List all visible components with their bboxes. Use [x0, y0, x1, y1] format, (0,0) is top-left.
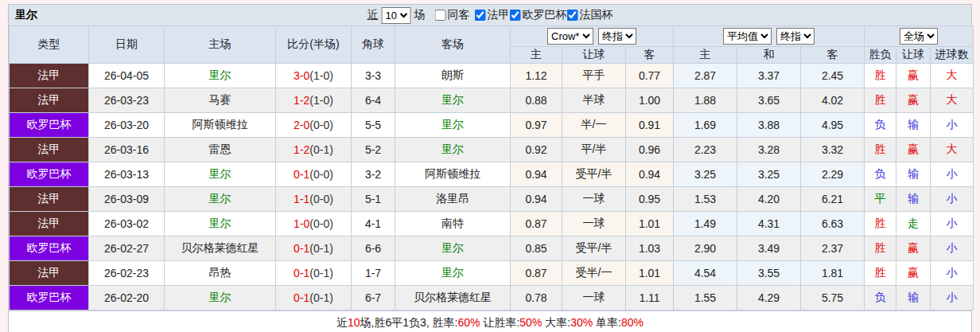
avg-odds-stage-select[interactable]: 终指	[776, 28, 815, 45]
handicap-away-odds: 1.03	[626, 236, 674, 261]
score: 0-1(0-1)	[276, 286, 352, 311]
summary-bar: 近10场,胜6平1负3, 胜率:60% 让胜率:50% 大率:30% 单率:80…	[9, 311, 971, 332]
fulltime-score: 0-1	[294, 168, 309, 181]
handicap-home-odds: 0.85	[511, 236, 562, 261]
result-handicap: 赢	[896, 261, 931, 286]
result-handicap: 赢	[896, 236, 931, 261]
corners: 5-5	[352, 113, 395, 138]
filter-checkbox[interactable]	[475, 10, 486, 21]
table-row: 法甲26-03-09里尔1-1(0-0)5-1洛里昂0.94一球0.951.53…	[10, 187, 974, 212]
result-goals: 小	[931, 212, 974, 236]
avg-away-odds: 6.63	[801, 212, 865, 236]
avg-odds-provider-select[interactable]: 平均值	[723, 28, 772, 45]
col-header-score: 比分(半场)	[276, 26, 352, 64]
matches-label: 场	[414, 8, 426, 22]
corners: 6-4	[352, 88, 395, 113]
corners: 6-7	[352, 286, 395, 311]
score: 1-2(0-1)	[276, 138, 352, 162]
team-name: 里尔	[9, 8, 37, 22]
league-badge: 法甲	[10, 138, 89, 162]
result-outcome: 负	[865, 162, 896, 187]
handicap-provider-select[interactable]: Crow*	[547, 28, 593, 45]
home-team: 阿斯顿维拉	[165, 113, 276, 138]
league-filter[interactable]: 欧罗巴杯	[510, 8, 567, 22]
handicap-away-odds: 0.77	[626, 64, 674, 88]
halftime-score: (1-0)	[309, 94, 333, 107]
handicap-line: 一球	[562, 286, 626, 311]
avg-away-odds: 2.29	[801, 162, 865, 187]
fulltime-score: 1-2	[294, 94, 309, 107]
score: 3-0(1-0)	[276, 64, 352, 88]
avg-home-odds: 2.90	[674, 236, 737, 261]
away-team: 里尔	[395, 261, 511, 286]
league-filter[interactable]: 法国杯	[567, 8, 613, 22]
result-outcome: 平	[865, 187, 896, 212]
handicap-line: 受平/半	[562, 236, 626, 261]
avg-draw-odds: 3.55	[737, 261, 801, 286]
league-badge: 欧罗巴杯	[10, 162, 89, 187]
filter-label: 法国杯	[580, 8, 613, 22]
filter-checkbox[interactable]	[510, 10, 521, 21]
col-header-date: 日期	[89, 26, 165, 64]
handicap-home-odds: 0.88	[511, 88, 562, 113]
fulltime-score: 2-0	[294, 119, 309, 131]
home-team: 马赛	[165, 88, 276, 113]
result-goals: 大	[931, 88, 974, 113]
result-goals: 小	[931, 261, 974, 286]
avg-draw-odds: 4.20	[737, 187, 801, 212]
league-badge: 欧罗巴杯	[10, 113, 89, 138]
result-goals: 大	[931, 138, 974, 162]
halftime-score: (0-1)	[309, 267, 333, 279]
fulltime-score: 3-0	[294, 69, 309, 82]
league-badge: 法甲	[10, 261, 89, 286]
score: 0-1(0-1)	[276, 261, 352, 286]
avg-draw-odds: 3.28	[737, 138, 801, 162]
match-date: 26-04-05	[89, 64, 165, 88]
handicap-away-odds: 1.01	[626, 212, 674, 236]
match-rows: 法甲26-04-05里尔3-0(1-0)3-3朗斯1.12平手0.772.873…	[10, 64, 974, 311]
fulltime-score: 0-1	[294, 242, 309, 255]
scope-select[interactable]: 全场	[900, 28, 938, 45]
result-goals: 小	[931, 113, 974, 138]
summary-segment: 10	[348, 316, 360, 329]
handicap-line: 一球	[562, 187, 626, 212]
avg-home-odds: 4.54	[674, 261, 737, 286]
handicap-away-odds: 1.01	[626, 261, 674, 286]
handicap-home-odds: 0.87	[511, 261, 562, 286]
recent-link[interactable]: 近	[368, 8, 379, 22]
halftime-score: (1-0)	[309, 69, 333, 82]
result-outcome: 胜	[865, 236, 896, 261]
league-filter[interactable]: 法甲	[475, 8, 510, 22]
handicap-stage-select[interactable]: 终指	[598, 28, 636, 45]
score: 0-1(0-1)	[276, 236, 352, 261]
fulltime-score: 1-2	[294, 143, 309, 156]
result-outcome: 胜	[865, 261, 896, 286]
filter-label: 法甲	[488, 8, 510, 22]
score: 0-1(0-0)	[276, 162, 352, 187]
match-date: 26-03-16	[89, 138, 165, 162]
handicap-away-odds: 0.91	[626, 113, 674, 138]
handicap-away-odds: 0.96	[626, 138, 674, 162]
fulltime-score: 1-0	[294, 217, 309, 230]
filter-checkbox[interactable]	[435, 10, 446, 21]
avg-home-odds: 1.69	[674, 113, 737, 138]
home-team: 昂热	[165, 261, 276, 286]
away-team: 里尔	[395, 88, 511, 113]
home-team: 里尔	[165, 162, 276, 187]
corners: 4-1	[352, 212, 395, 236]
home-team: 雷恩	[165, 138, 276, 162]
league-badge: 欧罗巴杯	[10, 236, 89, 261]
avg-draw-odds: 3.25	[737, 162, 801, 187]
score: 1-1(0-0)	[276, 187, 352, 212]
handicap-away-odds: 1.11	[626, 286, 674, 311]
filter-checkbox[interactable]	[567, 10, 578, 21]
recent-count-select[interactable]: 10	[382, 7, 411, 24]
handicap-home-odds: 0.94	[511, 162, 562, 187]
away-team: 里尔	[395, 138, 511, 162]
handicap-group-header: Crow* 终指	[511, 26, 674, 47]
league-badge: 法甲	[10, 187, 89, 212]
corners: 5-2	[352, 138, 395, 162]
match-date: 26-02-27	[89, 236, 165, 261]
handicap-home-odds: 0.78	[511, 286, 562, 311]
league-filter[interactable]: 同客	[435, 8, 470, 22]
